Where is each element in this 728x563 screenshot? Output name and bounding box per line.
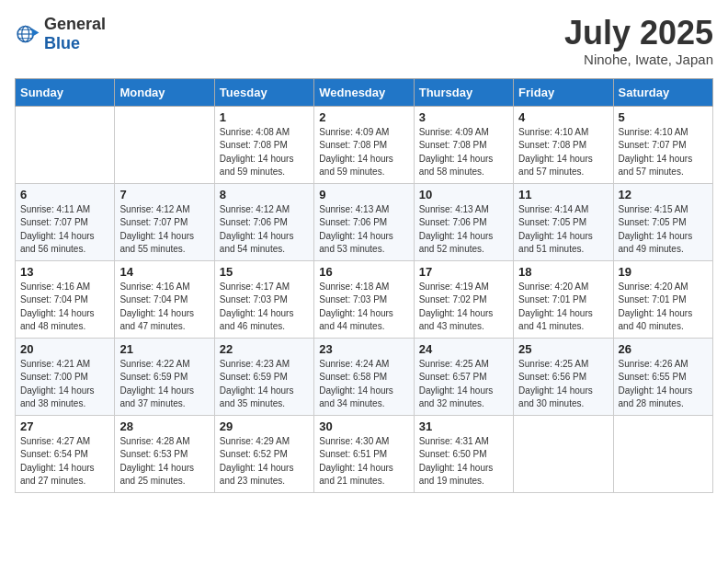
day-number: 13 [20,265,109,279]
calendar-cell: 6Sunrise: 4:11 AM Sunset: 7:07 PM Daylig… [16,183,115,260]
day-number: 25 [518,342,608,356]
calendar-cell: 28Sunrise: 4:28 AM Sunset: 6:53 PM Dayli… [115,415,214,492]
cell-info: Sunrise: 4:23 AM Sunset: 6:59 PM Dayligh… [220,358,309,411]
calendar-cell [613,415,712,492]
day-number: 31 [419,419,508,433]
calendar-cell: 31Sunrise: 4:31 AM Sunset: 6:50 PM Dayli… [414,415,513,492]
day-number: 30 [319,419,408,433]
cell-info: Sunrise: 4:14 AM Sunset: 7:05 PM Dayligh… [518,203,608,257]
calendar-cell: 18Sunrise: 4:20 AM Sunset: 7:01 PM Dayli… [514,260,613,338]
cell-info: Sunrise: 4:11 AM Sunset: 7:07 PM Dayligh… [20,203,109,257]
day-number: 15 [220,265,309,279]
day-number: 7 [119,188,209,201]
header-row: SundayMondayTuesdayWednesdayThursdayFrid… [16,78,713,106]
day-number: 8 [220,188,309,201]
calendar-cell: 10Sunrise: 4:13 AM Sunset: 7:06 PM Dayli… [414,183,513,260]
logo-text: General Blue [44,15,106,53]
calendar-cell: 3Sunrise: 4:09 AM Sunset: 7:08 PM Daylig… [414,106,513,183]
calendar-cell: 7Sunrise: 4:12 AM Sunset: 7:07 PM Daylig… [115,183,214,260]
cell-info: Sunrise: 4:25 AM Sunset: 6:56 PM Dayligh… [518,358,608,411]
day-number: 27 [20,419,109,433]
cell-info: Sunrise: 4:20 AM Sunset: 7:01 PM Dayligh… [518,281,608,334]
cell-info: Sunrise: 4:12 AM Sunset: 7:07 PM Dayligh… [119,203,209,257]
location: Ninohe, Iwate, Japan [564,52,713,67]
cell-info: Sunrise: 4:09 AM Sunset: 7:08 PM Dayligh… [419,126,508,179]
cell-info: Sunrise: 4:13 AM Sunset: 7:06 PM Dayligh… [419,203,508,257]
cell-info: Sunrise: 4:19 AM Sunset: 7:02 PM Dayligh… [419,281,508,334]
calendar-cell: 30Sunrise: 4:30 AM Sunset: 6:51 PM Dayli… [314,415,414,492]
cell-info: Sunrise: 4:10 AM Sunset: 7:08 PM Dayligh… [518,126,608,179]
day-number: 12 [619,188,708,201]
day-number: 14 [119,265,209,279]
day-number: 22 [220,342,309,356]
calendar-cell: 25Sunrise: 4:25 AM Sunset: 6:56 PM Dayli… [514,338,613,415]
cell-info: Sunrise: 4:25 AM Sunset: 6:57 PM Dayligh… [419,358,508,411]
cell-info: Sunrise: 4:15 AM Sunset: 7:05 PM Dayligh… [619,203,708,257]
day-number: 1 [220,110,309,124]
title-block: July 2025 Ninohe, Iwate, Japan [564,15,713,67]
logo-icon [15,21,40,47]
day-number: 11 [518,188,608,201]
day-number: 28 [119,419,209,433]
calendar-cell: 24Sunrise: 4:25 AM Sunset: 6:57 PM Dayli… [414,338,513,415]
day-number: 19 [619,265,708,279]
logo: General Blue [15,15,106,53]
calendar-cell: 9Sunrise: 4:13 AM Sunset: 7:06 PM Daylig… [314,183,414,260]
cell-info: Sunrise: 4:17 AM Sunset: 7:03 PM Dayligh… [220,281,309,334]
day-number: 6 [20,188,109,201]
calendar-cell: 27Sunrise: 4:27 AM Sunset: 6:54 PM Dayli… [16,415,115,492]
calendar-cell: 26Sunrise: 4:26 AM Sunset: 6:55 PM Dayli… [613,338,712,415]
day-number: 23 [319,342,408,356]
day-number: 18 [518,265,608,279]
day-number: 20 [20,342,109,356]
cell-info: Sunrise: 4:09 AM Sunset: 7:08 PM Dayligh… [319,126,408,179]
week-row-1: 1Sunrise: 4:08 AM Sunset: 7:08 PM Daylig… [16,106,713,183]
day-number: 21 [119,342,209,356]
calendar-cell: 14Sunrise: 4:16 AM Sunset: 7:04 PM Dayli… [115,260,214,338]
cell-info: Sunrise: 4:18 AM Sunset: 7:03 PM Dayligh… [319,281,408,334]
cell-info: Sunrise: 4:21 AM Sunset: 7:00 PM Dayligh… [20,358,109,411]
calendar-cell: 16Sunrise: 4:18 AM Sunset: 7:03 PM Dayli… [314,260,414,338]
cell-info: Sunrise: 4:22 AM Sunset: 6:59 PM Dayligh… [119,358,209,411]
cell-info: Sunrise: 4:12 AM Sunset: 7:06 PM Dayligh… [220,203,309,257]
month-title: July 2025 [564,15,713,52]
calendar-cell: 17Sunrise: 4:19 AM Sunset: 7:02 PM Dayli… [414,260,513,338]
calendar-cell: 1Sunrise: 4:08 AM Sunset: 7:08 PM Daylig… [214,106,313,183]
cell-info: Sunrise: 4:13 AM Sunset: 7:06 PM Dayligh… [319,203,408,257]
calendar-cell: 4Sunrise: 4:10 AM Sunset: 7:08 PM Daylig… [514,106,613,183]
cell-info: Sunrise: 4:28 AM Sunset: 6:53 PM Dayligh… [119,435,209,488]
day-number: 5 [619,110,708,124]
day-number: 29 [220,419,309,433]
header-cell-saturday: Saturday [613,78,712,106]
day-number: 24 [419,342,508,356]
calendar-cell [514,415,613,492]
calendar-cell: 8Sunrise: 4:12 AM Sunset: 7:06 PM Daylig… [214,183,313,260]
calendar-cell: 19Sunrise: 4:20 AM Sunset: 7:01 PM Dayli… [613,260,712,338]
cell-info: Sunrise: 4:24 AM Sunset: 6:58 PM Dayligh… [319,358,408,411]
cell-info: Sunrise: 4:29 AM Sunset: 6:52 PM Dayligh… [220,435,309,488]
day-number: 9 [319,188,408,201]
cell-info: Sunrise: 4:08 AM Sunset: 7:08 PM Dayligh… [220,126,309,179]
calendar-cell: 20Sunrise: 4:21 AM Sunset: 7:00 PM Dayli… [16,338,115,415]
day-number: 26 [619,342,708,356]
calendar-cell: 2Sunrise: 4:09 AM Sunset: 7:08 PM Daylig… [314,106,414,183]
header-cell-monday: Monday [115,78,214,106]
cell-info: Sunrise: 4:31 AM Sunset: 6:50 PM Dayligh… [419,435,508,488]
calendar-cell: 11Sunrise: 4:14 AM Sunset: 7:05 PM Dayli… [514,183,613,260]
logo-general: General [44,15,106,33]
logo-blue: Blue [44,34,80,52]
page-header: General Blue July 2025 Ninohe, Iwate, Ja… [15,15,713,67]
header-cell-friday: Friday [514,78,613,106]
week-row-5: 27Sunrise: 4:27 AM Sunset: 6:54 PM Dayli… [16,415,713,492]
cell-info: Sunrise: 4:10 AM Sunset: 7:07 PM Dayligh… [619,126,708,179]
calendar-cell: 29Sunrise: 4:29 AM Sunset: 6:52 PM Dayli… [214,415,313,492]
day-number: 16 [319,265,408,279]
calendar-cell: 5Sunrise: 4:10 AM Sunset: 7:07 PM Daylig… [613,106,712,183]
day-number: 17 [419,265,508,279]
day-number: 3 [419,110,508,124]
day-number: 4 [518,110,608,124]
week-row-2: 6Sunrise: 4:11 AM Sunset: 7:07 PM Daylig… [16,183,713,260]
day-number: 2 [319,110,408,124]
header-cell-tuesday: Tuesday [214,78,313,106]
week-row-4: 20Sunrise: 4:21 AM Sunset: 7:00 PM Dayli… [16,338,713,415]
